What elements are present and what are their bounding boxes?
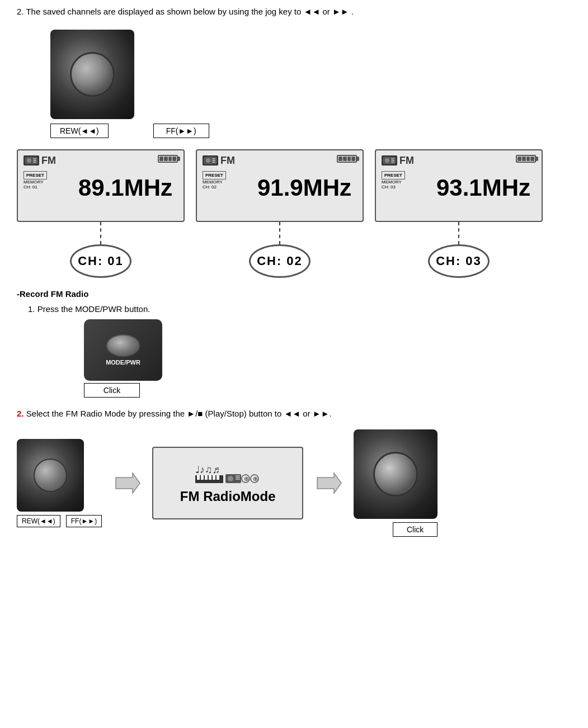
bottom-jog-small: REW(◄◄) FF(►►): [17, 439, 102, 527]
intro-text: 2. The saved channels are displayed as s…: [17, 6, 571, 18]
preset-text-1: PRESET: [26, 173, 44, 178]
mode-pwr-section: MODE/PWR Click: [84, 319, 571, 398]
bottom-ff-label: FF(►►): [66, 515, 102, 527]
svg-rect-8: [212, 160, 215, 161]
fm-display-1: FM PRESET MEMORY CH: 0: [17, 149, 185, 222]
fm-display-3: FM PRESET MEMORY CH: 0: [375, 149, 543, 222]
mode-pwr-knob: [106, 334, 140, 357]
svg-point-6: [206, 158, 210, 163]
svg-rect-7: [212, 158, 215, 159]
svg-marker-33: [317, 473, 341, 493]
freq-2: 91.9MHz: [231, 174, 357, 201]
preset-info-3: PRESET MEMORY CH: 03: [382, 169, 405, 190]
bottom-jog-small-labels: REW(◄◄) FF(►►): [17, 515, 102, 527]
dashed-arrow-3: [458, 222, 459, 244]
jog-inner-knob: [70, 52, 115, 97]
svg-rect-4: [33, 162, 36, 163]
ch-circle-text-2: CH: 02: [257, 254, 303, 268]
svg-rect-26: [236, 475, 240, 476]
preset-text-3: PRESET: [384, 173, 402, 178]
fm-radio-icon-1: [23, 155, 39, 166]
bottom-rew-label: REW(◄◄): [17, 515, 60, 527]
svg-rect-21: [209, 475, 211, 480]
fm-panel-2: FM PRESET MEMORY CH: 0: [196, 149, 364, 278]
dashed-arrow-1: [100, 222, 101, 244]
ch-circle-1: CH: 01: [70, 244, 131, 278]
svg-rect-22: [213, 475, 215, 480]
click-box-1[interactable]: Click: [84, 383, 140, 398]
bottom-jog-large-inner: [373, 452, 418, 497]
memory-text-1: MEMORY: [23, 179, 47, 185]
fm-icon-group-2: FM: [203, 155, 235, 167]
battery-icon-2: [337, 155, 357, 163]
fm-icon-group-3: FM: [382, 155, 414, 167]
freq-1: 89.1MHz: [51, 174, 178, 201]
svg-rect-3: [33, 160, 36, 161]
step2-body: Select the FM Radio Mode by pressing the…: [24, 409, 332, 418]
bottom-jog-small-image: [17, 439, 84, 512]
preset-text-2: PRESET: [205, 173, 223, 178]
svg-rect-18: [197, 475, 200, 480]
arrow-right-2: [312, 472, 345, 494]
fm-top-row-1: FM: [23, 155, 178, 167]
fm-panels: FM PRESET MEMORY CH: 0: [17, 149, 571, 278]
bottom-section: REW(◄◄) FF(►►) ♩♪♫♬: [17, 429, 571, 537]
ch-text-2: CH: 02: [203, 185, 226, 190]
fm-radio-mode-box: ♩♪♫♬ ⊕: [152, 447, 303, 519]
svg-rect-19: [201, 475, 204, 480]
record-section-title: -Record FM Radio: [17, 289, 571, 299]
svg-text:⊕: ⊕: [244, 475, 249, 482]
ch-circle-2: CH: 02: [249, 244, 311, 278]
preset-info-1: PRESET MEMORY CH: 01: [23, 169, 47, 190]
fm-icon-group-1: FM: [23, 155, 56, 167]
svg-rect-23: [217, 475, 219, 480]
fm-top-row-2: FM: [203, 155, 357, 167]
svg-rect-14: [391, 162, 394, 163]
memory-text-2: MEMORY: [203, 179, 226, 185]
bottom-jog-large-wrapper: Click: [354, 429, 438, 537]
ch-text-1: CH: 01: [23, 185, 47, 190]
fm-label-1: FM: [41, 155, 56, 167]
battery-icon-3: [516, 155, 536, 163]
click-box-2[interactable]: Click: [393, 522, 438, 537]
svg-rect-28: [236, 479, 240, 480]
dashed-arrow-2: [279, 222, 280, 244]
svg-point-25: [228, 476, 233, 481]
svg-marker-15: [116, 473, 140, 493]
svg-text:⊕: ⊕: [253, 475, 258, 482]
step2-text: 2. Select the FM Radio Mode by pressing …: [17, 409, 571, 418]
svg-rect-20: [205, 475, 208, 480]
svg-point-11: [385, 158, 389, 163]
mode-pwr-label: MODE/PWR: [106, 359, 140, 366]
step2-number: 2.: [17, 409, 24, 418]
svg-rect-13: [391, 160, 394, 161]
mode-pwr-image: MODE/PWR: [84, 319, 162, 381]
fm-radio-mode-text: FM RadioMode: [180, 489, 276, 504]
fm-label-2: FM: [220, 155, 235, 167]
ch-circle-text-3: CH: 03: [436, 254, 482, 268]
fm-radio-icon-2: [203, 155, 218, 166]
svg-rect-12: [391, 158, 394, 159]
svg-rect-2: [33, 158, 36, 159]
jog-device-image: [50, 30, 134, 119]
step1-text: 1. Press the MODE/PWR button.: [28, 304, 571, 314]
rew-label: REW(◄◄): [50, 124, 109, 138]
preset-info-2: PRESET MEMORY CH: 02: [203, 169, 226, 190]
page-content: 2. The saved channels are displayed as s…: [0, 0, 588, 554]
fm-label-3: FM: [399, 155, 414, 167]
jog-section: REW(◄◄) FF(►►): [50, 30, 571, 138]
svg-rect-27: [236, 477, 240, 478]
freq-3: 93.1MHz: [410, 174, 536, 201]
svg-point-1: [27, 158, 31, 163]
svg-text:♩♪♫♬: ♩♪♫♬: [195, 464, 220, 475]
arrow-right-1: [110, 472, 144, 494]
battery-icon-1: [158, 155, 178, 163]
ch-circle-3: CH: 03: [428, 244, 490, 278]
fm-mode-icons: ♩♪♫♬ ⊕: [194, 462, 261, 484]
ff-label: FF(►►): [153, 124, 209, 138]
fm-display-2: FM PRESET MEMORY CH: 0: [196, 149, 364, 222]
fm-panel-3: FM PRESET MEMORY CH: 0: [375, 149, 543, 278]
memory-text-3: MEMORY: [382, 179, 405, 185]
ch-text-3: CH: 03: [382, 185, 405, 190]
bottom-jog-inner: [34, 458, 67, 492]
